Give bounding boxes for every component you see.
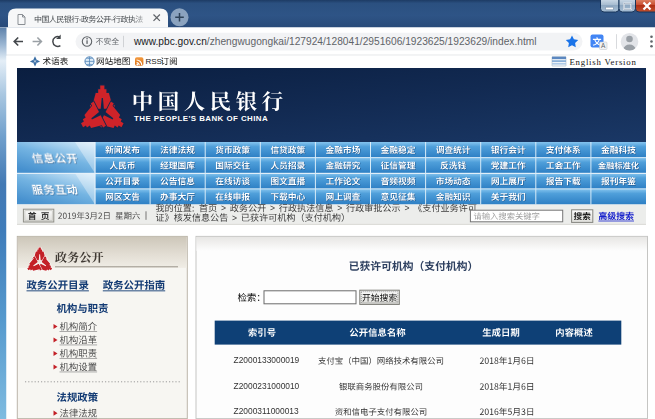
svg-text:Z2000231000010: Z2000231000010 xyxy=(234,381,300,391)
svg-text:A: A xyxy=(601,42,606,49)
svg-text:>: > xyxy=(337,203,342,213)
svg-text:>: > xyxy=(221,203,226,213)
svg-text:>: > xyxy=(404,203,409,213)
svg-text:English Version: English Version xyxy=(570,57,637,67)
svg-text:THE PEOPLE'S BANK OF CHINA: THE PEOPLE'S BANK OF CHINA xyxy=(134,114,268,123)
svg-text:www.pbc.gov.cn/zhengwugongkai/: www.pbc.gov.cn/zhengwugongkai/127924/128… xyxy=(133,36,537,47)
svg-text:>: > xyxy=(270,203,275,213)
svg-text:Z2000311000013: Z2000311000013 xyxy=(234,406,299,416)
svg-text:RSS: RSS xyxy=(146,57,162,66)
svg-text:Z2000133000019: Z2000133000019 xyxy=(234,355,300,365)
svg-text:>: > xyxy=(232,213,237,223)
